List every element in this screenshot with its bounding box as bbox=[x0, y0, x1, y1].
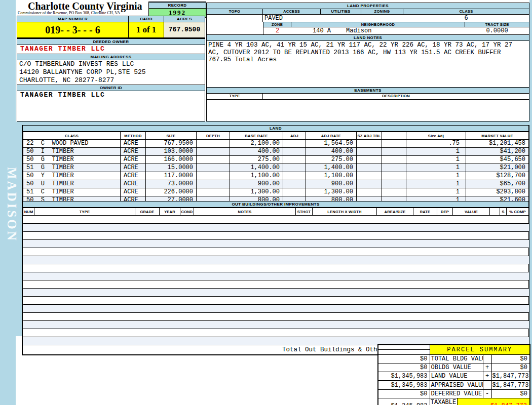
summary-row: $0 OBLDG VALUE + $0 bbox=[378, 363, 530, 372]
empty-row bbox=[23, 321, 529, 329]
parcel-record-card: MADISON Charlotte County Virginia Commis… bbox=[0, 0, 532, 405]
out-buildings-table: NUMTYPE GRADEYEAR CONDNOTES STHGTLENGTH … bbox=[23, 208, 529, 345]
owner-id-header: OWNER ID bbox=[17, 85, 205, 91]
acres-value: 767.9500 bbox=[164, 22, 205, 37]
zoning-header: ZONING bbox=[361, 9, 403, 15]
empty-row bbox=[23, 337, 529, 345]
land-value-label: LAND VALUE bbox=[430, 372, 483, 381]
prior-total-bldg-value: $0 bbox=[378, 354, 430, 363]
topo-value bbox=[207, 15, 263, 22]
access-header: ACCESS bbox=[263, 9, 321, 15]
taxable-value-row: $1,345,983 TAXABLE VALUE $1,847,773 bbox=[378, 398, 530, 405]
land-row: 51 G TIMBERACRE 15.0000 1,400.00 1,400.0… bbox=[23, 164, 529, 172]
easements-empty-area bbox=[207, 100, 529, 121]
parcel-summary-title: PARCEL SUMMARY bbox=[430, 345, 530, 354]
prior-value-spacer bbox=[378, 349, 430, 354]
neighborhood-value: 140 A Madison bbox=[291, 27, 465, 34]
land-row: 51 C TIMBERACRE 226.0000 1,300.00 1,300.… bbox=[23, 188, 529, 196]
parcel-summary-header-row: PARCEL SUMMARY bbox=[378, 345, 530, 349]
zoning-value bbox=[361, 15, 403, 22]
owner-id-value: TANAGER TIMBER LLC bbox=[17, 91, 205, 100]
empty-row bbox=[23, 289, 529, 297]
land-row: 50 I TIMBERACRE 103.0000 400.00 400.00 1… bbox=[23, 148, 529, 156]
land-table-header-row: CLASSMETHODSIZE DEPTHBASE RATEADJ ADJ RA… bbox=[23, 132, 529, 140]
taxable-value: $1,847,773 bbox=[457, 398, 530, 405]
mailing-address-value: C/O TIMBERLAND INVEST RES LLC 14120 BALL… bbox=[17, 60, 205, 85]
prior-deferred-value: $0 bbox=[378, 389, 430, 398]
neighborhood-name: Madison bbox=[331, 27, 371, 34]
easement-description-header: DESCRIPTION bbox=[263, 94, 529, 99]
zone-headers: ZONE NEIGHBORHOOD TRACT SIZE bbox=[207, 22, 529, 27]
address-line: C/O TIMBERLAND INVEST RES LLC bbox=[17, 60, 205, 68]
county-subtitle: Commissioner of the Revenue, PO Box 308,… bbox=[17, 11, 148, 15]
owner-box: MAP NUMBER CARD ACRES 019- - 3- - - 6 1 … bbox=[17, 16, 205, 122]
empty-row bbox=[23, 329, 529, 337]
empty-row bbox=[23, 248, 529, 256]
total-bldg-value-label: TOTAL BLDG VALUE bbox=[430, 354, 483, 363]
section-divider-band bbox=[16, 122, 532, 125]
land-properties-title: LAND PROPERTIES bbox=[207, 3, 529, 9]
class-value: 6 bbox=[403, 15, 529, 22]
topo-spacer bbox=[207, 22, 263, 27]
easements-headers: TYPE DESCRIPTION bbox=[207, 94, 529, 100]
land-title: LAND bbox=[23, 126, 528, 132]
address-line: 14120 BALLANTYNE CORP PL,STE 525 bbox=[17, 68, 205, 76]
utilities-header: UTILITIES bbox=[321, 9, 361, 15]
prior-taxable-value: $1,345,983 bbox=[378, 398, 430, 405]
deferred-value-label: DEFERRED VALUE bbox=[430, 389, 483, 398]
district-label: MADISON bbox=[5, 167, 19, 238]
land-properties-box: LAND PROPERTIES TOPO ACCESS UTILITIES ZO… bbox=[206, 3, 529, 122]
land-notes-text: PINE 4 YR 103 AC, 41 YR 15 AC, 21 YR 117… bbox=[207, 41, 529, 87]
empty-row bbox=[23, 264, 529, 272]
map-number-value: 019- - 3- - - 6 bbox=[17, 22, 129, 37]
parcel-id-headers: MAP NUMBER CARD ACRES bbox=[17, 16, 205, 22]
land-table: CLASSMETHODSIZE DEPTHBASE RATEADJ ADJ RA… bbox=[23, 132, 529, 205]
topo-spacer bbox=[207, 27, 263, 34]
parcel-summary-table: PARCEL SUMMARY $0 TOTAL BLDG VALUE $0 $0… bbox=[377, 344, 530, 405]
empty-row bbox=[23, 256, 529, 264]
tract-size-header: TRACT SIZE bbox=[465, 22, 529, 27]
easement-type-header: TYPE bbox=[207, 94, 263, 99]
acres-header: ACRES bbox=[164, 16, 205, 22]
out-buildings-section: OUT BUILDINGS/OTHER IMPROVEMENTS NUMTYPE… bbox=[22, 201, 529, 355]
card-header: CARD bbox=[129, 16, 164, 22]
taxable-value-label: TAXABLE VALUE bbox=[430, 398, 457, 405]
empty-row bbox=[23, 224, 529, 232]
utilities-value bbox=[321, 15, 361, 22]
deeded-owner-header: DEEDED OWNER bbox=[17, 38, 205, 45]
land-properties-headers: TOPO ACCESS UTILITIES ZONING CLASS bbox=[207, 9, 529, 15]
total-bldg-value: $0 bbox=[491, 354, 530, 363]
op-cell bbox=[483, 381, 491, 390]
empty-row bbox=[23, 216, 529, 224]
zone-values: 2 140 A Madison 0.0000 bbox=[207, 27, 529, 34]
mailing-address-header: MAILING ADDRESS bbox=[17, 54, 205, 60]
land-row: 22 C WOOD PAVEDACRE 767.9500 2,100.00 1,… bbox=[23, 140, 529, 148]
prior-value-spacer bbox=[378, 345, 430, 349]
op-cell: + bbox=[483, 372, 491, 381]
out-buildings-title: OUT BUILDINGS/OTHER IMPROVEMENTS bbox=[23, 201, 528, 208]
summary-row: $0 DEFERRED VALUE - $0 bbox=[378, 389, 530, 398]
empty-row bbox=[23, 232, 529, 240]
neighborhood-header: NEIGHBORHOOD bbox=[291, 22, 465, 27]
map-number-header: MAP NUMBER bbox=[17, 16, 129, 22]
empty-row bbox=[23, 240, 529, 248]
county-header: Charlotte County Virginia Commissioner o… bbox=[17, 1, 148, 16]
tract-size-value: 0.0000 bbox=[465, 27, 529, 34]
easements-title: EASEMENTS bbox=[207, 87, 529, 94]
empty-row bbox=[23, 280, 529, 289]
prior-land-value: $1,345,983 bbox=[378, 372, 430, 381]
land-row: 50 G TIMBERACRE 166.0000 275.00 275.00 1… bbox=[23, 156, 529, 164]
deferred-value: $0 bbox=[491, 389, 530, 398]
zone-header: ZONE bbox=[263, 22, 291, 27]
empty-row bbox=[23, 297, 529, 305]
out-buildings-header-row: NUMTYPE GRADEYEAR CONDNOTES STHGTLENGTH … bbox=[23, 208, 529, 216]
obldg-value: $0 bbox=[491, 363, 530, 372]
land-properties-values: PAVED 6 bbox=[207, 15, 529, 22]
empty-row bbox=[23, 313, 529, 321]
summary-row: $0 TOTAL BLDG VALUE $0 bbox=[378, 354, 530, 363]
summary-row: $1,345,983 LAND VALUE + $1,847,773 bbox=[378, 372, 530, 381]
prior-obldg-value: $0 bbox=[378, 363, 430, 372]
class-header: CLASS bbox=[403, 9, 529, 15]
neighborhood-code: 140 A bbox=[291, 27, 331, 34]
record-label: RECORD bbox=[149, 2, 206, 9]
